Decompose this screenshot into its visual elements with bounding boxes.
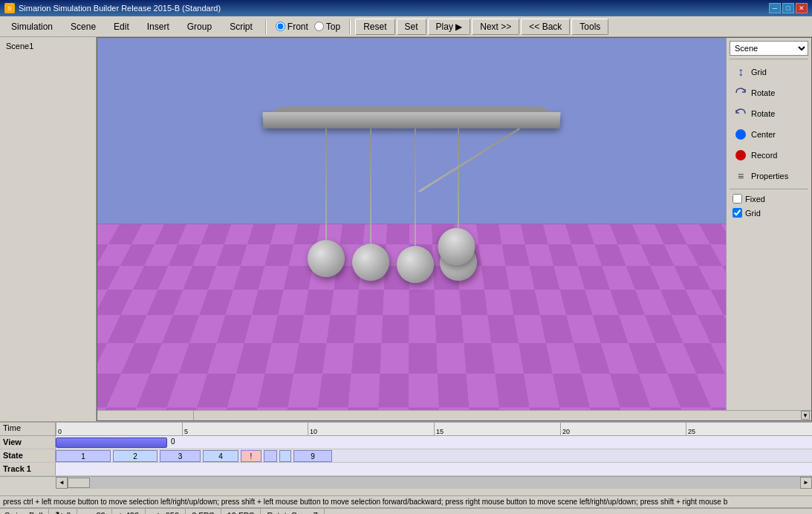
scroll-area: ▼ — [97, 410, 811, 420]
scroll-track-h[interactable] — [194, 411, 801, 420]
timeline-header: Time 0 5 10 15 20 25 30 — [0, 423, 812, 436]
maximize-button[interactable]: □ — [782, 3, 794, 13]
tools-button[interactable]: Tools — [571, 19, 608, 35]
h-scroll-thumb[interactable] — [68, 478, 90, 488]
state-seg-4[interactable]: 4 — [203, 450, 238, 462]
rotate2-icon — [734, 107, 747, 120]
menu-group[interactable]: Group — [179, 19, 220, 35]
tool-rotate2-label: Rotate — [751, 109, 775, 118]
width-icon: ↔ — [83, 510, 94, 514]
radio-top[interactable] — [314, 22, 324, 31]
grid-checkbox[interactable] — [733, 208, 742, 218]
info-bar: press ctrl + left mouse button to move s… — [0, 495, 812, 507]
panel-divider-1 — [730, 59, 808, 59]
state-label: State — [0, 449, 56, 462]
tool-grid[interactable]: ↕ Grid — [730, 62, 808, 82]
play-button[interactable]: Play ▶ — [428, 19, 471, 35]
scene-dropdown[interactable]: Scene — [730, 41, 808, 56]
tool-record-label: Record — [751, 151, 777, 160]
app-title: Simarion Simulation Builder Release 2015… — [19, 4, 221, 13]
tool-center[interactable]: Center — [730, 125, 808, 144]
string-1 — [325, 128, 327, 240]
scroll-down-btn[interactable]: ▼ — [801, 411, 810, 420]
menu-simulation[interactable]: Simulation — [3, 19, 61, 35]
grid-icon: ↕ — [734, 65, 747, 79]
state-seg-5[interactable]: ! — [241, 450, 262, 462]
ruler-15: 15 — [434, 423, 444, 435]
radio-front[interactable] — [276, 22, 285, 31]
scroll-left-btn[interactable]: ◄ — [56, 477, 68, 489]
fixed-checkbox-row: Fixed — [730, 192, 808, 205]
object-name: Swing Ball — [4, 511, 42, 514]
menu-insert[interactable]: Insert — [139, 19, 178, 35]
ruler-0: 0 — [56, 423, 62, 435]
ball-unit-2 — [352, 128, 389, 281]
track1-row: Track 1 — [0, 463, 812, 476]
red-dot-icon — [735, 150, 746, 160]
status-height: ↕ 400 — [112, 509, 146, 514]
scroll-corner: ▼ — [801, 411, 811, 420]
state-seg-2[interactable]: 2 — [113, 450, 157, 462]
state-content[interactable]: 1 2 3 4 ! 9 — [56, 449, 812, 462]
tool-rotate1[interactable]: Rotate — [730, 83, 808, 103]
tool-grid-label: Grid — [751, 68, 767, 77]
angle-icon: ↙ — [152, 510, 160, 514]
back-button[interactable]: << Back — [521, 19, 570, 35]
timeline-ruler: 0 5 10 15 20 25 30 — [56, 423, 812, 435]
string-3 — [415, 128, 416, 246]
h-scroll-track[interactable] — [68, 477, 800, 489]
state-seg-8[interactable]: 9 — [293, 450, 332, 462]
ball-1 — [308, 240, 345, 277]
tool-record[interactable]: Record — [730, 146, 808, 165]
status-fps1: 0 FPS — [186, 509, 221, 514]
title-text: S Simarion Simulation Builder Release 20… — [4, 3, 221, 13]
status-object: Swing Ball — [4, 509, 49, 514]
state-seg-7[interactable] — [279, 450, 291, 462]
height-value: 400 — [126, 511, 139, 514]
tool-center-label: Center — [751, 130, 776, 139]
radio-front-label[interactable]: Front — [276, 22, 308, 32]
viewport-wrapper: Scene ↕ Grid Rotate — [97, 37, 812, 421]
status-rotation: ↻ 0 — [49, 509, 77, 514]
scroll-right-btn[interactable]: ► — [800, 477, 812, 489]
grid-label[interactable]: Grid — [745, 209, 761, 218]
blue-dot-icon — [735, 129, 746, 140]
time-header-label: Time — [0, 422, 24, 434]
state-seg-1[interactable]: 1 — [56, 450, 111, 462]
mode-value: RotateCompZ — [267, 511, 317, 514]
status-fps2: 19 FPS — [221, 509, 262, 514]
radio-top-label[interactable]: Top — [314, 22, 340, 32]
info-text: press ctrl + left mouse button to move s… — [3, 498, 727, 506]
view-content[interactable]: 0 — [56, 436, 812, 449]
next-button[interactable]: Next >> — [472, 19, 519, 35]
fixed-label[interactable]: Fixed — [745, 195, 765, 204]
grid-checkbox-row: Grid — [730, 206, 808, 219]
tool-properties-label: Properties — [751, 172, 788, 180]
menu-scene[interactable]: Scene — [62, 19, 104, 35]
center-icon — [734, 128, 747, 141]
track1-content[interactable] — [56, 463, 812, 475]
tool-rotate2[interactable]: Rotate — [730, 104, 808, 123]
ball-3 — [397, 246, 434, 283]
menu-separator-1 — [265, 19, 267, 34]
view-row: View 0 — [0, 436, 812, 449]
set-button[interactable]: Set — [397, 19, 426, 35]
panel-divider-2 — [730, 189, 808, 189]
minimize-button[interactable]: ─ — [769, 3, 781, 13]
reset-button[interactable]: Reset — [355, 19, 394, 35]
state-seg-6[interactable] — [264, 450, 277, 462]
view-bar[interactable] — [56, 437, 167, 448]
status-width: ↔ 80 — [77, 509, 111, 514]
viewport[interactable] — [97, 38, 726, 410]
fixed-checkbox[interactable] — [733, 194, 742, 204]
title-bar: S Simarion Simulation Builder Release 20… — [0, 0, 812, 16]
menu-script[interactable]: Script — [221, 19, 261, 35]
ball-unit-1 — [308, 128, 345, 277]
close-button[interactable]: ✕ — [796, 3, 808, 13]
right-panel: Scene ↕ Grid Rotate — [726, 38, 811, 410]
tool-properties[interactable]: ≡ Properties — [730, 166, 808, 186]
view-bar-value: 0 — [171, 437, 175, 446]
scene-3d — [97, 38, 726, 410]
menu-edit[interactable]: Edit — [105, 19, 137, 35]
state-seg-3[interactable]: 3 — [160, 450, 201, 462]
